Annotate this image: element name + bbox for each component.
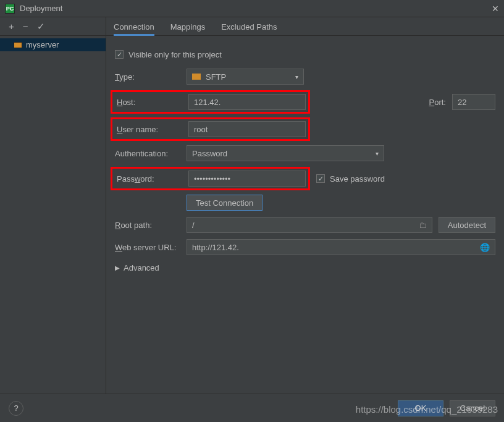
host-label: Host: xyxy=(115,98,188,107)
port-input[interactable] xyxy=(452,94,495,110)
server-sftp-icon xyxy=(14,42,22,48)
help-button[interactable]: ? xyxy=(9,401,23,416)
server-list-toolbar: + − ✓ xyxy=(0,17,106,35)
title-bar: PC Deployment ✕ xyxy=(0,0,504,17)
server-sidebar: myserver xyxy=(0,36,106,394)
username-input[interactable] xyxy=(188,121,306,137)
weburl-input[interactable]: http://121.42. 🌐 xyxy=(187,239,495,255)
tab-mappings[interactable]: Mappings xyxy=(170,19,205,35)
host-input[interactable] xyxy=(188,94,306,110)
triangle-right-icon: ▶ xyxy=(115,264,120,271)
type-value: SFTP xyxy=(206,72,226,82)
add-server-icon[interactable]: + xyxy=(9,22,14,31)
visible-only-label: Visible only for this project xyxy=(128,50,222,59)
test-connection-button[interactable]: Test Connection xyxy=(187,195,262,211)
username-label: User name: xyxy=(115,125,188,134)
visible-only-checkbox[interactable] xyxy=(115,50,124,59)
type-dropdown[interactable]: SFTP ▾ xyxy=(187,69,304,85)
ok-button[interactable]: OK xyxy=(398,400,443,416)
password-input[interactable] xyxy=(188,171,306,187)
save-password-checkbox[interactable] xyxy=(316,174,325,183)
folder-icon[interactable]: 🗀 xyxy=(419,221,427,230)
remove-server-icon[interactable]: − xyxy=(23,22,28,31)
password-highlight: Password: xyxy=(111,167,310,190)
username-highlight: User name: xyxy=(111,117,310,141)
save-password-label: Save password xyxy=(330,174,385,184)
pycharm-icon: PC xyxy=(5,4,15,14)
close-icon[interactable]: ✕ xyxy=(492,4,499,14)
chevron-down-icon: ▾ xyxy=(295,74,298,80)
password-label: Password: xyxy=(115,174,188,184)
dialog-footer: ? OK Cancel xyxy=(0,394,504,422)
sidebar-item-server[interactable]: myserver xyxy=(0,38,106,51)
globe-icon[interactable]: 🌐 xyxy=(480,243,490,252)
window-title: Deployment xyxy=(20,4,492,13)
rootpath-value: / xyxy=(192,221,195,230)
weburl-value: http://121.42. xyxy=(192,243,239,252)
auth-label: Authentication: xyxy=(115,149,187,158)
chevron-down-icon: ▾ xyxy=(376,150,379,157)
authentication-dropdown[interactable]: Password ▾ xyxy=(187,145,384,161)
check-icon[interactable]: ✓ xyxy=(37,22,45,31)
cancel-button[interactable]: Cancel xyxy=(450,400,495,416)
tab-excluded-paths[interactable]: Excluded Paths xyxy=(221,19,277,35)
tabs: Connection Mappings Excluded Paths xyxy=(106,17,277,35)
sidebar-item-label: myserver xyxy=(26,40,59,49)
advanced-label: Advanced xyxy=(124,263,159,272)
connection-panel: Visible only for this project Type: SFTP… xyxy=(106,36,504,394)
auth-value: Password xyxy=(192,149,227,158)
port-label: Port: xyxy=(429,98,446,107)
advanced-toggle[interactable]: ▶ Advanced xyxy=(115,263,495,272)
toolbar-row: + − ✓ Connection Mappings Excluded Paths xyxy=(0,17,504,36)
tab-connection[interactable]: Connection xyxy=(114,19,154,35)
autodetect-button[interactable]: Autodetect xyxy=(439,217,495,233)
host-highlight: Host: xyxy=(111,90,310,114)
rootpath-label: Root path: xyxy=(115,221,187,230)
weburl-label: Web server URL: xyxy=(115,243,187,252)
rootpath-input[interactable]: / 🗀 xyxy=(187,217,432,233)
type-label: Type: xyxy=(115,72,187,82)
sftp-icon xyxy=(192,74,201,80)
